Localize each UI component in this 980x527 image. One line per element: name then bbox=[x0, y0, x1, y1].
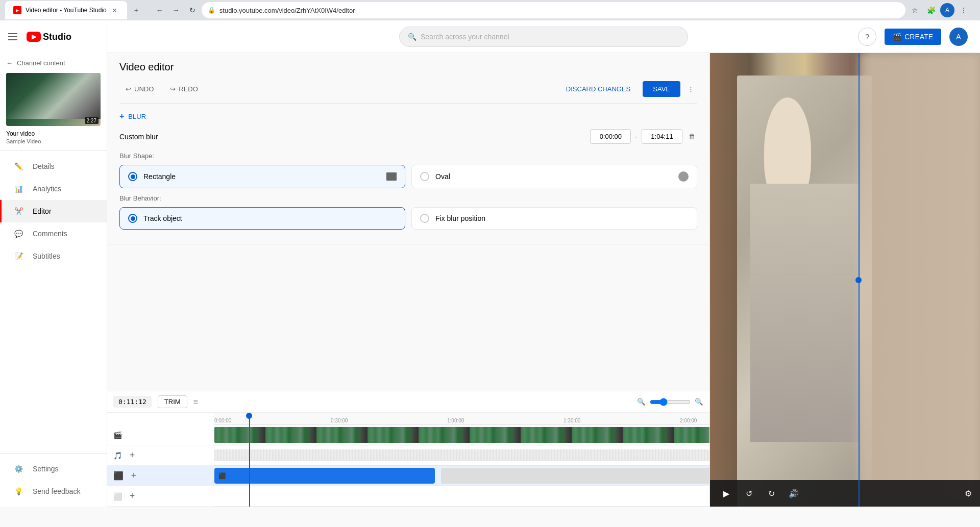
blur-section-label: BLUR bbox=[128, 113, 146, 120]
sidebar-item-details[interactable]: ✏️ Details bbox=[0, 155, 107, 178]
custom-blur-row: Custom blur - 🗑 bbox=[119, 129, 697, 144]
blur-time-range: - 🗑 bbox=[590, 129, 697, 144]
blur-track-icon: ⬛ bbox=[113, 471, 124, 481]
url-text: studio.youtube.com/video/ZrhYAtX0IW4/edi… bbox=[219, 7, 355, 14]
settings-icon: ⚙️ bbox=[12, 463, 24, 475]
zoom-in-button[interactable]: 🔍 bbox=[695, 398, 703, 406]
video-preview-panel: ▶ ↺ ↻ 🔊 ⚙ bbox=[709, 53, 980, 507]
blur-shape-section: Blur Shape: Rectangle Oval bbox=[119, 152, 697, 188]
timeline-tracks[interactable]: 0:00:00 0:30:00 1:00:00 1:30:00 2:00:00 … bbox=[214, 413, 709, 507]
behavior-label: Blur Behavior: bbox=[119, 194, 697, 202]
search-bar[interactable]: 🔍 Search across your channel bbox=[399, 27, 688, 47]
undo-icon: ↩ bbox=[126, 85, 131, 93]
sidebar-item-comments[interactable]: 💬 Comments bbox=[0, 222, 107, 245]
create-button[interactable]: 🎬 CREATE bbox=[885, 29, 941, 45]
redo-button[interactable]: ↪ REDO bbox=[164, 82, 204, 96]
more-icon: ⋮ bbox=[688, 85, 694, 93]
new-tab-button[interactable]: + bbox=[129, 3, 143, 17]
sidebar-item-editor[interactable]: ✂️ Editor bbox=[0, 200, 107, 222]
sidebar: ▶ Studio ← Channel content 2:27 Your vid… bbox=[0, 20, 107, 507]
delete-blur-button[interactable]: 🗑 bbox=[687, 131, 697, 142]
editor-header: Video editor ↩ UNDO ↪ REDO DISCARD CHANG… bbox=[107, 53, 709, 104]
oval-option[interactable]: Oval bbox=[411, 165, 697, 188]
comments-label: Comments bbox=[33, 230, 67, 238]
blur-header[interactable]: + BLUR bbox=[119, 112, 697, 121]
fix-position-option[interactable]: Fix blur position bbox=[411, 207, 697, 230]
sidebar-item-feedback[interactable]: 💡 Send feedback bbox=[0, 480, 107, 503]
bookmark-button[interactable]: ☆ bbox=[908, 3, 922, 17]
main-content: 🔍 Search across your channel ? 🎬 CREATE … bbox=[107, 20, 980, 507]
track-label: Track object bbox=[143, 214, 182, 222]
sidebar-item-settings[interactable]: ⚙️ Settings bbox=[0, 458, 107, 480]
blur-start-time[interactable] bbox=[590, 129, 631, 144]
save-button[interactable]: SAVE bbox=[643, 81, 680, 97]
volume-button[interactable]: 🔊 bbox=[786, 485, 802, 501]
feedback-icon: 💡 bbox=[12, 485, 24, 497]
address-bar[interactable]: 🔒 studio.youtube.com/video/ZrhYAtX0IW4/e… bbox=[202, 2, 905, 18]
timescale-mark-4: 2:00:00 bbox=[680, 418, 697, 424]
undo-button[interactable]: ↩ UNDO bbox=[119, 82, 160, 96]
subtitle-track-label: ⬜ + bbox=[107, 486, 214, 507]
rewind-button[interactable]: ↺ bbox=[741, 485, 757, 501]
preview-frame: ▶ ↺ ↻ 🔊 ⚙ bbox=[710, 53, 980, 507]
user-avatar[interactable]: A bbox=[949, 28, 968, 46]
zoom-slider[interactable] bbox=[650, 398, 691, 406]
audio-track-icon: 🎵 bbox=[113, 451, 122, 460]
forward-button[interactable]: ↻ bbox=[763, 485, 779, 501]
details-icon: ✏️ bbox=[12, 160, 24, 172]
editor-area: Video editor ↩ UNDO ↪ REDO DISCARD CHANG… bbox=[107, 53, 709, 507]
person-silhouette bbox=[737, 76, 872, 507]
sidebar-item-analytics[interactable]: 📊 Analytics bbox=[0, 178, 107, 200]
back-to-channel[interactable]: ← Channel content bbox=[6, 59, 101, 67]
browser-tab[interactable]: ▶ Video editor - YouTube Studio ✕ bbox=[5, 1, 127, 19]
menu-button[interactable]: ⋮ bbox=[957, 3, 971, 17]
settings-label: Settings bbox=[33, 465, 59, 473]
audio-track-bar bbox=[214, 449, 709, 461]
blur-track-bar[interactable]: ⬛ bbox=[214, 468, 435, 484]
undo-label: UNDO bbox=[134, 85, 154, 93]
sidebar-item-subtitles[interactable]: 📝 Subtitles bbox=[0, 245, 107, 267]
extensions-button[interactable]: 🧩 bbox=[924, 3, 938, 17]
discard-button[interactable]: DISCARD CHANGES bbox=[558, 81, 639, 97]
reload-button[interactable]: ↻ bbox=[185, 3, 200, 17]
video-title: Your video bbox=[6, 130, 101, 137]
profile-button[interactable]: A bbox=[940, 3, 954, 17]
playhead[interactable] bbox=[249, 413, 250, 507]
tab-close-button[interactable]: ✕ bbox=[111, 6, 119, 14]
preview-settings-button[interactable]: ⚙ bbox=[965, 489, 972, 498]
current-time-display: 0:11:12 bbox=[113, 396, 152, 408]
help-button[interactable]: ? bbox=[858, 28, 876, 46]
zoom-out-button[interactable]: 🔍 bbox=[637, 398, 646, 406]
timeline-body: 🎬 🎵 + ⬛ + bbox=[107, 413, 709, 507]
playhead-handle[interactable] bbox=[246, 413, 252, 419]
timeline-section: 0:11:12 TRIM ≡ 🔍 🔍 bbox=[107, 391, 709, 507]
search-placeholder: Search across your channel bbox=[421, 33, 509, 41]
track-labels: 🎬 🎵 + ⬛ + bbox=[107, 413, 214, 507]
forward-button[interactable]: → bbox=[169, 3, 183, 17]
hamburger-menu[interactable] bbox=[8, 31, 20, 43]
rectangle-label: Rectangle bbox=[143, 172, 176, 181]
track-radio bbox=[128, 214, 137, 223]
blur-track-label: ⬛ + bbox=[107, 466, 214, 486]
video-track-icon: 🎬 bbox=[113, 431, 122, 439]
timescale-spacer bbox=[107, 413, 214, 425]
content-split: Video editor ↩ UNDO ↪ REDO DISCARD CHANG… bbox=[107, 53, 980, 507]
timescale-mark-1: 0:30:00 bbox=[331, 418, 348, 424]
analytics-icon: 📊 bbox=[12, 183, 24, 195]
editor-icon: ✂️ bbox=[12, 205, 24, 217]
blur-end-time[interactable] bbox=[642, 129, 682, 144]
add-audio-button[interactable]: + bbox=[126, 449, 138, 462]
more-options-button[interactable]: ⋮ bbox=[684, 82, 697, 96]
rectangle-icon bbox=[386, 172, 397, 181]
play-button[interactable]: ▶ bbox=[718, 485, 734, 501]
rectangle-option[interactable]: Rectangle bbox=[119, 165, 405, 188]
preview-handle-dot[interactable] bbox=[855, 277, 862, 283]
trim-button[interactable]: TRIM bbox=[158, 395, 187, 408]
back-button[interactable]: ← bbox=[153, 3, 167, 17]
discard-label: DISCARD CHANGES bbox=[566, 85, 630, 93]
track-object-option[interactable]: Track object bbox=[119, 207, 405, 230]
trim-label: TRIM bbox=[164, 398, 181, 406]
studio-label: Studio bbox=[43, 32, 71, 42]
add-blur-button[interactable]: + bbox=[128, 470, 140, 482]
add-subtitle-button[interactable]: + bbox=[126, 490, 138, 503]
